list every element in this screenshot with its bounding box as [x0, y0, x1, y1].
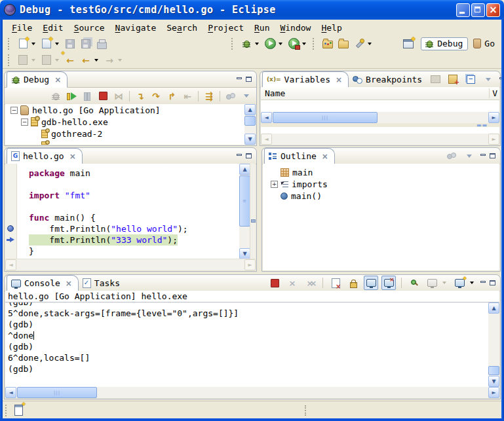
debug-view-menu-button[interactable]: [239, 89, 254, 103]
open-console-button[interactable]: [452, 276, 467, 290]
console-output-area[interactable]: (gdb) 5^done,stack-args=[frame={level="0…: [5, 302, 488, 387]
console-hscrollbar[interactable]: ◄ ||| ►: [5, 387, 499, 398]
new-wizard-button[interactable]: [16, 37, 30, 51]
close-icon[interactable]: ×: [66, 280, 72, 287]
tab-debug[interactable]: Debug ×: [7, 71, 68, 88]
search-dropdown-arrow[interactable]: [368, 43, 372, 45]
external-tools-dropdown-arrow[interactable]: [302, 43, 306, 45]
debug-tree-vscrollbar[interactable]: ▲ ▼: [244, 104, 256, 145]
next-annotation-button[interactable]: [39, 53, 54, 67]
maximize-view-icon[interactable]: [490, 153, 496, 159]
scrollbar-thumb[interactable]: ≡: [239, 175, 250, 227]
overview-ruler[interactable]: [250, 164, 256, 259]
menu-item-help[interactable]: Help: [316, 22, 347, 34]
fast-view-icon[interactable]: [14, 405, 23, 416]
open-perspective-button[interactable]: [401, 37, 416, 51]
clear-console-button[interactable]: [328, 276, 343, 290]
tree-expander-icon[interactable]: [271, 181, 278, 188]
scrollbar-thumb[interactable]: |||: [273, 112, 378, 123]
perspective-go-button[interactable]: Go: [473, 39, 495, 48]
resume-button[interactable]: [64, 89, 79, 103]
code-area[interactable]: package mainimport "fmt"func main() { fm…: [17, 164, 239, 259]
tree-expander-icon[interactable]: [21, 119, 28, 126]
debug-dropdown-arrow[interactable]: [255, 43, 259, 45]
menu-item-run[interactable]: Run: [249, 22, 275, 34]
toolbar-handle[interactable]: [8, 54, 12, 66]
scroll-left-icon[interactable]: ◄: [5, 387, 16, 398]
editor-vscrollbar[interactable]: ▲ ≡ ▼: [239, 164, 250, 259]
step-filters-button[interactable]: ⇶: [202, 89, 216, 103]
editor-hscrollbar-disabled[interactable]: ◄ ►: [5, 259, 256, 270]
variables-view-menu-button[interactable]: [481, 72, 495, 86]
open-console-dropdown-arrow[interactable]: [470, 282, 474, 284]
external-tools-button[interactable]: [286, 37, 301, 51]
scroll-up-icon[interactable]: ▲: [488, 302, 499, 314]
menu-item-search[interactable]: Search: [161, 22, 203, 34]
outline-view-menu-button[interactable]: [462, 149, 476, 163]
maximize-view-icon[interactable]: [246, 77, 252, 82]
maximize-button[interactable]: [471, 3, 485, 17]
maximize-view-icon[interactable]: [246, 153, 252, 159]
new-project-button[interactable]: [39, 37, 54, 51]
back-button[interactable]: ←: [79, 53, 93, 67]
tab-variables[interactable]: Variables ×: [262, 71, 349, 88]
toolbar-handle[interactable]: [313, 38, 317, 50]
run-dropdown-arrow[interactable]: [279, 43, 282, 45]
tab-hello-go[interactable]: hello.go ×: [7, 148, 83, 164]
new-project-dropdown-arrow[interactable]: [55, 43, 59, 45]
save-button[interactable]: [63, 37, 77, 51]
minimize-view-icon[interactable]: [480, 153, 486, 159]
debug-misc-button[interactable]: [223, 89, 238, 103]
close-icon[interactable]: ×: [69, 153, 76, 160]
statusbar-handle[interactable]: [5, 405, 9, 416]
toolbar-handle[interactable]: [8, 38, 12, 50]
collapse-all-button[interactable]: [463, 72, 478, 86]
terminate-button[interactable]: [96, 89, 110, 103]
minimize-button[interactable]: [456, 3, 470, 17]
column-header-value[interactable]: V: [489, 88, 499, 98]
scrollbar-thumb[interactable]: |||: [17, 387, 97, 398]
scroll-left-icon[interactable]: ◄: [261, 112, 272, 123]
print-button[interactable]: [94, 37, 109, 51]
search-button[interactable]: [352, 37, 366, 51]
column-header-name[interactable]: Name: [261, 88, 285, 98]
tab-breakpoints[interactable]: Breakpoints: [349, 72, 428, 87]
run-button[interactable]: [263, 37, 277, 51]
instruction-pointer-icon[interactable]: [7, 237, 15, 243]
tree-item[interactable]: hello.go [Go Application]: [5, 104, 256, 116]
minimize-view-icon[interactable]: [236, 77, 242, 82]
close-icon[interactable]: ×: [54, 76, 61, 84]
scroll-lock-button[interactable]: [346, 276, 360, 290]
show-stderr-button[interactable]: [381, 276, 396, 290]
scroll-right-icon[interactable]: ►: [488, 112, 499, 123]
outline-item[interactable]: imports: [263, 178, 499, 190]
open-plugin-button[interactable]: [320, 37, 335, 51]
overview-annotation[interactable]: [251, 219, 256, 223]
detail-hscrollbar-disabled[interactable]: ◄ ►: [261, 134, 499, 145]
step-return-button[interactable]: ↱: [165, 89, 179, 103]
menu-item-project[interactable]: Project: [203, 22, 249, 34]
back-dropdown-arrow[interactable]: [94, 59, 98, 62]
menu-item-source[interactable]: Source: [69, 22, 110, 34]
scroll-up-icon[interactable]: ▲: [244, 104, 256, 115]
outline-item[interactable]: main(): [263, 190, 499, 202]
outline-misc-button[interactable]: [444, 149, 459, 163]
toolbar-handle[interactable]: [231, 38, 235, 50]
tree-item-partial[interactable]: [5, 139, 256, 145]
console-vscrollbar[interactable]: ▲ ▼: [488, 302, 499, 387]
display-console-button[interactable]: [425, 276, 439, 290]
tab-console[interactable]: Console ×: [7, 275, 79, 291]
minimize-view-icon[interactable]: [480, 280, 486, 286]
menu-item-window[interactable]: Window: [275, 22, 316, 34]
debug-tree-area[interactable]: hello.go [Go Application]gdb-hello.exego…: [5, 104, 256, 145]
scroll-right-icon[interactable]: ►: [488, 387, 499, 398]
maximize-view-icon[interactable]: [490, 280, 496, 286]
close-icon[interactable]: ×: [336, 76, 342, 84]
back-to-editor-button[interactable]: ←: [63, 53, 77, 67]
tree-item[interactable]: gothread-2: [5, 128, 256, 139]
show-type-names-button[interactable]: [428, 72, 442, 86]
outline-tree-area[interactable]: mainimportsmain(): [263, 164, 499, 270]
minimize-view-icon[interactable]: [236, 153, 242, 159]
remove-launch-button[interactable]: ×: [285, 276, 300, 290]
variables-table-header[interactable]: Name V: [261, 87, 499, 100]
